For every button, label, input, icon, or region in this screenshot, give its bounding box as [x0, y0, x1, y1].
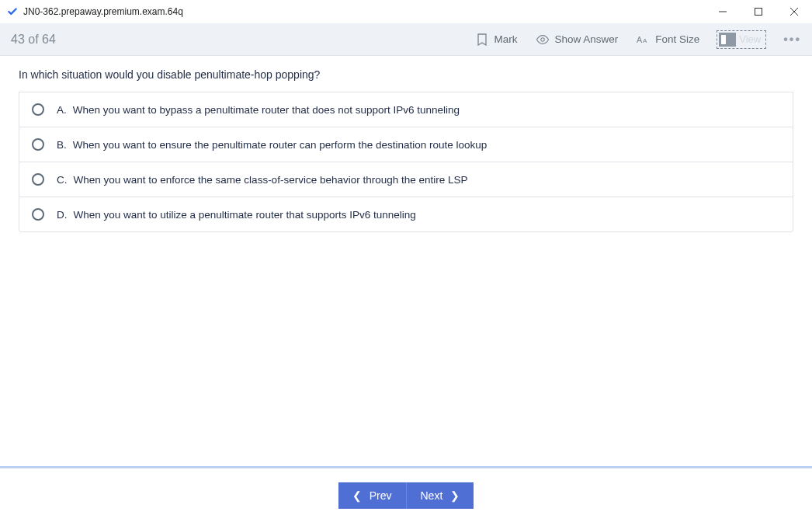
eye-icon: [536, 33, 550, 47]
option-label: D.When you want to utilize a penultimate…: [57, 209, 416, 221]
toolbar: 43 of 64 Mark Show Answer AA Font Size V…: [0, 23, 812, 56]
option-text: When you want to bypass a penultimate ro…: [73, 104, 460, 116]
mark-label: Mark: [494, 33, 517, 45]
radio-icon: [32, 103, 44, 116]
question-counter: 43 of 64: [11, 33, 456, 47]
option-letter: D.: [57, 209, 68, 221]
option-d[interactable]: D.When you want to utilize a penultimate…: [19, 197, 793, 232]
option-label: A.When you want to bypass a penultimate …: [57, 104, 460, 116]
radio-icon: [32, 173, 44, 186]
close-button[interactable]: [776, 0, 812, 23]
option-text: When you want to utilize a penultimate r…: [74, 209, 416, 221]
show-answer-button[interactable]: Show Answer: [536, 33, 618, 47]
option-a[interactable]: A.When you want to bypass a penultimate …: [19, 92, 793, 127]
font-size-label: Font Size: [655, 33, 699, 45]
view-toggle-button[interactable]: View: [717, 30, 766, 49]
option-label: B.When you want to ensure the penultimat…: [57, 139, 487, 151]
option-text: When you want to enforce the same class-…: [74, 174, 468, 186]
svg-rect-1: [755, 9, 762, 16]
svg-text:A: A: [637, 35, 643, 44]
option-c[interactable]: C.When you want to enforce the same clas…: [19, 162, 793, 197]
option-letter: C.: [57, 174, 68, 186]
chevron-right-icon: ❯: [450, 489, 460, 502]
radio-icon: [32, 208, 44, 221]
app-icon: [6, 5, 19, 18]
next-label: Next: [421, 489, 443, 502]
svg-point-4: [541, 37, 545, 41]
next-button[interactable]: Next ❯: [407, 482, 474, 509]
option-letter: A.: [57, 104, 67, 116]
radio-icon: [32, 138, 44, 151]
nav-group: ❮ Prev Next ❯: [338, 482, 474, 509]
titlebar: JN0-362.prepaway.premium.exam.64q: [0, 0, 812, 23]
font-size-icon: AA: [637, 33, 651, 47]
show-answer-label: Show Answer: [554, 33, 618, 45]
layout-icon: [719, 33, 736, 47]
window-controls: [705, 0, 812, 23]
minimize-button[interactable]: [705, 0, 741, 23]
bookmark-icon: [475, 33, 489, 47]
option-letter: B.: [57, 139, 67, 151]
mark-button[interactable]: Mark: [475, 33, 517, 47]
svg-text:A: A: [643, 37, 647, 44]
option-label: C.When you want to enforce the same clas…: [57, 174, 468, 186]
chevron-left-icon: ❮: [352, 489, 362, 502]
maximize-button[interactable]: [741, 0, 776, 23]
option-text: When you want to ensure the penultimate …: [73, 139, 488, 151]
question-text: In which situation would you disable pen…: [19, 68, 793, 81]
prev-button[interactable]: ❮ Prev: [338, 482, 407, 509]
more-button[interactable]: •••: [783, 33, 801, 47]
footer: ❮ Prev Next ❯: [0, 466, 812, 522]
prev-label: Prev: [370, 489, 392, 502]
view-label: View: [739, 33, 761, 45]
content-area: In which situation would you disable pen…: [0, 56, 812, 232]
font-size-button[interactable]: AA Font Size: [637, 33, 699, 47]
option-b[interactable]: B.When you want to ensure the penultimat…: [19, 127, 793, 162]
window-title: JN0-362.prepaway.premium.exam.64q: [23, 6, 705, 17]
